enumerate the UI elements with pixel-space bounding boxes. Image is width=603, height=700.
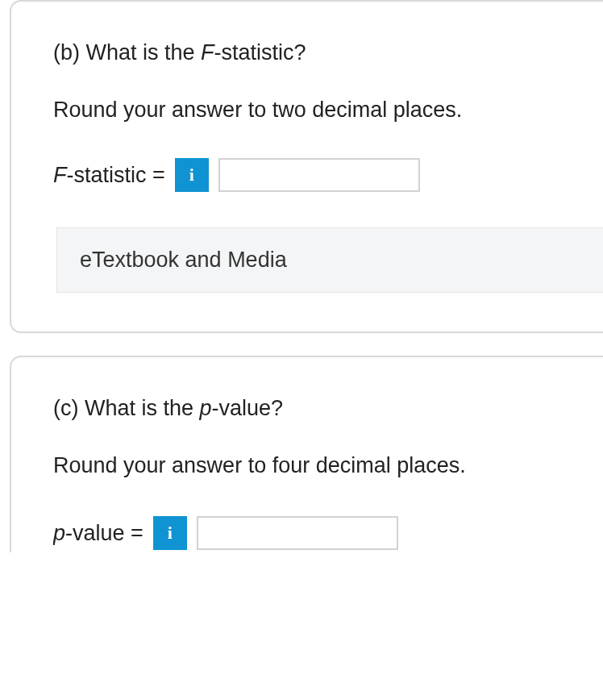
q-c-term: p xyxy=(200,396,212,420)
question-part-b: (b) What is the F-statistic? Round your … xyxy=(10,0,603,333)
answer-label-b: F-statistic = xyxy=(53,163,165,188)
instruction-c: Round your answer to four decimal places… xyxy=(53,453,571,478)
info-icon[interactable]: i xyxy=(175,158,209,192)
answer-row-c: p-value = i xyxy=(53,514,571,552)
q-b-prefix: (b) What is the xyxy=(53,40,201,65)
q-b-suffix: -statistic? xyxy=(214,40,306,65)
q-c-suffix: -value? xyxy=(212,396,284,420)
answer-row-b: F-statistic = i xyxy=(53,158,571,192)
q-c-prefix: (c) What is the xyxy=(53,396,200,420)
label-b-term: F xyxy=(53,163,67,187)
question-text-c: (c) What is the p-value? xyxy=(53,396,571,421)
question-text-b: (b) What is the F-statistic? xyxy=(53,40,571,65)
answer-label-c: p-value = xyxy=(53,521,143,546)
etextbook-button[interactable]: eTextbook and Media xyxy=(56,227,603,293)
label-b-suffix: -statistic = xyxy=(67,163,165,187)
info-icon[interactable]: i xyxy=(153,516,187,550)
label-c-term: p xyxy=(53,521,65,545)
p-value-input[interactable] xyxy=(197,516,398,550)
q-b-term: F xyxy=(201,40,214,65)
label-c-suffix: -value = xyxy=(65,521,143,545)
instruction-b: Round your answer to two decimal places. xyxy=(53,98,571,123)
question-part-c: (c) What is the p-value? Round your answ… xyxy=(10,356,603,552)
f-statistic-input[interactable] xyxy=(218,158,420,192)
